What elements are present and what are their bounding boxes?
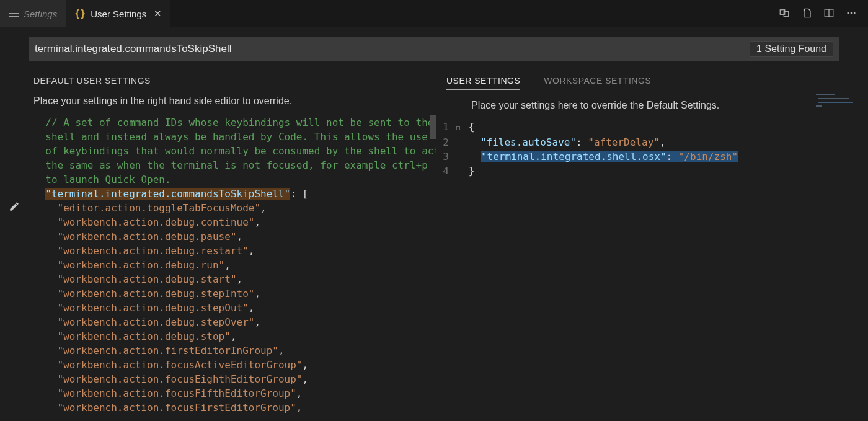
json-icon: {} [74, 8, 86, 19]
results-count-badge: 1 Setting Found [750, 41, 833, 57]
tab-bar: Settings {} User Settings ✕ [0, 0, 868, 27]
tab-workspace-scope[interactable]: WORKSPACE SETTINGS [544, 76, 651, 90]
svg-rect-11 [816, 105, 822, 107]
settings-scope-tabs: USER SETTINGS WORKSPACE SETTINGS [436, 67, 868, 100]
compare-icon[interactable] [779, 7, 790, 20]
default-settings-editor[interactable]: // A set of command IDs whose keybinding… [29, 115, 436, 421]
tab-label: Settings [24, 9, 57, 19]
user-settings-pane: USER SETTINGS WORKSPACE SETTINGS Place y… [436, 67, 868, 421]
minimap[interactable] [816, 93, 866, 112]
edit-pencil-icon[interactable] [9, 201, 20, 214]
split-editor-icon[interactable] [823, 7, 835, 20]
open-file-icon[interactable] [801, 7, 812, 20]
svg-rect-8 [816, 94, 835, 95]
tab-user-settings[interactable]: {} User Settings ✕ [66, 0, 170, 27]
svg-point-6 [851, 12, 852, 14]
tab-actions [779, 0, 868, 27]
user-settings-hint: Place your settings here to override the… [436, 100, 868, 120]
default-settings-heading: DEFAULT USER SETTINGS [29, 67, 436, 95]
scrollbar[interactable] [430, 115, 436, 421]
close-icon[interactable]: ✕ [154, 8, 162, 19]
menu-icon [9, 11, 19, 17]
svg-rect-10 [818, 102, 853, 103]
default-settings-hint: Place your settings in the right hand si… [29, 95, 436, 115]
user-settings-editor[interactable]: 1⊟ {2 "files.autoSave": "afterDelay",3 "… [436, 120, 868, 178]
svg-point-5 [847, 12, 849, 14]
settings-search: 1 Setting Found [29, 37, 839, 61]
settings-search-row: 1 Setting Found [0, 27, 868, 67]
default-settings-pane: DEFAULT USER SETTINGS Place your setting… [29, 67, 436, 421]
svg-point-7 [854, 12, 856, 14]
more-icon[interactable] [846, 7, 857, 20]
tab-label: User Settings [91, 9, 146, 19]
svg-rect-9 [818, 98, 849, 99]
tab-settings[interactable]: Settings [0, 0, 66, 27]
tab-user-scope[interactable]: USER SETTINGS [446, 76, 520, 90]
svg-point-2 [804, 9, 805, 11]
settings-search-input[interactable] [35, 43, 750, 55]
